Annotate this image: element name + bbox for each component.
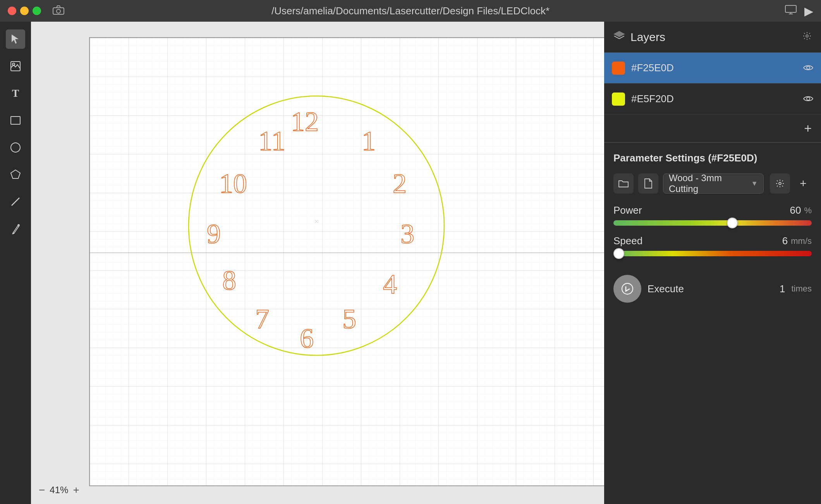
svg-point-32 (806, 35, 808, 37)
svg-marker-5 (12, 34, 19, 44)
execute-row: Execute 1 times (613, 266, 812, 312)
speed-slider-row: Speed 6 mm/s (613, 235, 812, 256)
svg-point-35 (779, 182, 781, 185)
layer-2-visibility-toggle[interactable] (803, 94, 813, 105)
power-slider-row: Power 60 % (613, 204, 812, 226)
power-value: 60 (790, 204, 801, 216)
folder-icon-button[interactable] (613, 173, 634, 194)
execute-value: 1 (780, 283, 785, 295)
right-panel: Layers #F25E0D #E5F20D (604, 22, 821, 504)
window-controls (8, 7, 41, 15)
svg-text:8: 8 (222, 265, 236, 296)
svg-point-34 (807, 97, 810, 100)
layer-row-2[interactable]: #E5F20D (604, 84, 821, 115)
minimize-button[interactable] (20, 7, 29, 15)
zoom-controls: − 41% + (39, 484, 79, 496)
execute-label: Execute (648, 283, 773, 295)
speed-value: 6 (782, 235, 788, 247)
svg-text:1: 1 (362, 125, 376, 156)
param-title: Parameter Settings (#F25E0D) (613, 152, 812, 164)
svg-text:4: 4 (383, 269, 397, 300)
svg-text:3: 3 (400, 218, 414, 249)
preset-value: Wood - 3mm Cutting (669, 173, 751, 194)
svg-text:12: 12 (291, 106, 319, 137)
canvas-area[interactable]: 12 1 2 3 4 5 6 7 8 9 10 (31, 22, 604, 504)
speed-label: Speed (613, 235, 642, 247)
speed-unit: mm/s (791, 236, 812, 246)
layers-header: Layers (604, 22, 821, 53)
svg-text:9: 9 (207, 218, 221, 249)
titlebar-actions: ▶ (785, 4, 813, 18)
pen-tool-button[interactable] (6, 219, 25, 238)
text-tool-button[interactable]: T (6, 84, 25, 103)
zoom-in-button[interactable]: + (73, 484, 79, 496)
maximize-button[interactable] (33, 7, 41, 15)
svg-point-33 (807, 66, 810, 69)
left-toolbar: T (0, 22, 31, 504)
svg-text:2: 2 (393, 168, 407, 199)
power-slider[interactable] (613, 220, 812, 226)
layer-2-name: #E5F20D (631, 93, 797, 105)
svg-text:5: 5 (342, 303, 356, 334)
svg-rect-2 (785, 5, 796, 12)
canvas-container: 12 1 2 3 4 5 6 7 8 9 10 (89, 37, 604, 486)
layer-2-swatch (612, 93, 625, 106)
svg-text:6: 6 (300, 323, 314, 354)
power-slider-thumb[interactable] (727, 218, 738, 228)
svg-rect-14 (90, 38, 604, 485)
layer-row-1[interactable]: #F25E0D (604, 53, 821, 84)
svg-rect-8 (11, 117, 20, 124)
preset-dropdown[interactable]: Wood - 3mm Cutting ▼ (663, 173, 764, 194)
layers-title: Layers (630, 31, 665, 44)
image-tool-button[interactable] (6, 57, 25, 76)
close-button[interactable] (8, 7, 16, 15)
main-layout: T (0, 22, 821, 504)
layer-1-swatch (612, 62, 625, 75)
line-tool-button[interactable] (6, 192, 25, 211)
polygon-tool-button[interactable] (6, 165, 25, 184)
svg-text:7: 7 (255, 303, 269, 334)
speed-slider[interactable] (613, 251, 812, 256)
svg-text:10: 10 (219, 168, 247, 199)
panel-settings-icon[interactable] (802, 31, 812, 43)
svg-text:11: 11 (258, 125, 285, 156)
titlebar: /Users/amelia/Documents/Lasercutter/Desi… (0, 0, 821, 22)
file-icon-button[interactable] (638, 173, 658, 194)
power-unit: % (804, 206, 812, 216)
layer-1-visibility-toggle[interactable] (803, 63, 813, 74)
select-tool-button[interactable] (6, 29, 25, 49)
svg-point-36 (622, 283, 633, 294)
svg-point-9 (11, 143, 20, 152)
play-icon[interactable]: ▶ (804, 4, 813, 18)
svg-line-11 (12, 198, 19, 206)
power-label: Power (613, 204, 642, 216)
add-icon: + (804, 121, 812, 136)
add-layer-button[interactable]: + (604, 115, 821, 142)
zoom-level: 41% (50, 485, 68, 495)
execute-unit: times (791, 284, 812, 294)
canvas-grid: 12 1 2 3 4 5 6 7 8 9 10 (90, 38, 604, 485)
svg-point-1 (57, 9, 60, 13)
window-title: /Users/amelia/Documents/Lasercutter/Desi… (271, 5, 550, 17)
preset-row: Wood - 3mm Cutting ▼ + (613, 173, 812, 194)
speed-slider-thumb[interactable] (613, 248, 624, 259)
rect-tool-button[interactable] (6, 111, 25, 130)
zoom-out-button[interactable]: − (39, 484, 45, 496)
execute-button[interactable] (613, 275, 641, 303)
layers-icon (613, 31, 625, 43)
screen-icon[interactable] (785, 5, 797, 17)
svg-marker-10 (11, 170, 20, 178)
param-settings-section: Parameter Settings (#F25E0D) Wood - 3mm … (604, 143, 821, 318)
layer-1-name: #F25E0D (631, 62, 797, 74)
camera-icon[interactable] (53, 5, 64, 17)
preset-add-button[interactable]: + (795, 175, 812, 192)
dropdown-arrow-icon: ▼ (751, 180, 758, 188)
svg-marker-31 (614, 31, 624, 37)
settings-icon-button[interactable] (770, 173, 790, 194)
ellipse-tool-button[interactable] (6, 138, 25, 157)
